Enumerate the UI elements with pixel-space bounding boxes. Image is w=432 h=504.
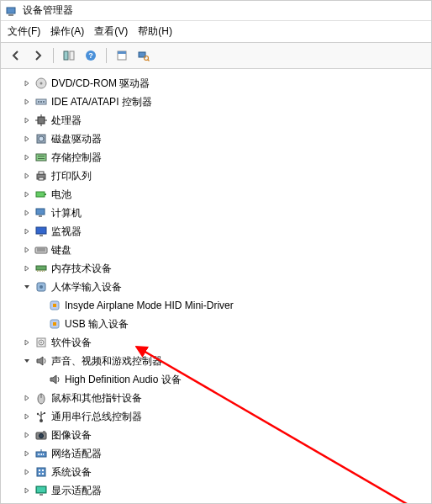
svg-rect-30 (36, 192, 45, 197)
chevron-right-icon[interactable] (21, 466, 33, 478)
svg-rect-69 (43, 454, 44, 455)
toolbar-separator (106, 48, 107, 63)
tree-node-label: USB 输入设备 (65, 316, 135, 332)
svg-rect-43 (42, 270, 43, 272)
chevron-right-icon[interactable] (21, 263, 33, 274)
chevron-right-icon[interactable] (21, 114, 33, 126)
svg-point-63 (40, 434, 44, 438)
svg-text:?: ? (88, 51, 93, 60)
tree-node[interactable]: 声音、视频和游戏控制器 (1, 352, 431, 370)
back-button[interactable] (6, 46, 26, 65)
svg-rect-50 (53, 322, 56, 326)
svg-line-10 (148, 60, 150, 61)
chevron-right-icon[interactable] (21, 244, 33, 256)
svg-point-59 (37, 413, 39, 415)
svg-rect-41 (39, 270, 40, 272)
chevron-right-icon[interactable] (21, 133, 33, 145)
hidchild-icon (48, 299, 61, 312)
tree-node-label: 软件设备 (51, 334, 98, 351)
chevron-right-icon[interactable] (21, 485, 33, 496)
chevron-right-icon[interactable] (21, 392, 33, 404)
display-icon (34, 484, 48, 497)
svg-rect-77 (37, 487, 45, 492)
titlebar: 设备管理器 (1, 1, 431, 21)
tree-node[interactable]: 通用串行总线控制器 (1, 407, 431, 426)
tree-node[interactable]: 处理器 (1, 111, 431, 130)
keyboard-icon (34, 243, 48, 257)
tree-node[interactable]: IDE ATA/ATAPI 控制器 (1, 93, 431, 111)
tree-node[interactable]: 存储控制器 (1, 148, 431, 167)
svg-rect-15 (40, 101, 42, 103)
hid-icon (34, 280, 48, 294)
chevron-right-icon[interactable] (21, 77, 33, 89)
svg-rect-28 (39, 172, 44, 174)
menu-help[interactable]: 帮助(H) (138, 24, 172, 39)
chevron-right-icon[interactable] (21, 170, 33, 182)
tree-node[interactable]: 图像设备 (1, 426, 431, 444)
chevron-right-icon[interactable] (21, 337, 33, 348)
chevron-right-icon[interactable] (21, 429, 33, 441)
svg-rect-32 (36, 209, 45, 215)
tree-node[interactable]: 计算机 (1, 204, 431, 222)
chevron-right-icon[interactable] (21, 151, 33, 163)
menu-view[interactable]: 查看(V) (94, 24, 128, 39)
chevron-right-icon[interactable] (21, 411, 33, 422)
tree-node[interactable]: 网络适配器 (1, 444, 431, 463)
tree-node[interactable]: High Definition Audio 设备 (1, 370, 431, 389)
chevron-right-icon[interactable] (21, 188, 33, 200)
tree-node-label: 鼠标和其他指针设备 (51, 390, 149, 406)
chevron-down-icon[interactable] (21, 355, 33, 367)
tree-node-label: High Definition Audio 设备 (65, 371, 188, 388)
tree-node[interactable]: 电池 (1, 185, 431, 204)
chevron-right-icon[interactable] (21, 225, 33, 237)
hidchild-icon (48, 317, 61, 331)
tree-node[interactable]: DVD/CD-ROM 驱动器 (1, 74, 431, 93)
svg-rect-31 (45, 194, 46, 195)
tree-node-label: 处理器 (51, 112, 88, 129)
tree-node-label: IDE ATA/ATAPI 控制器 (51, 93, 159, 110)
properties-button[interactable] (112, 46, 132, 65)
forward-button[interactable] (28, 46, 48, 65)
chevron-down-icon[interactable] (21, 281, 33, 293)
tree-node-label: 通用串行总线控制器 (51, 408, 149, 425)
tree-node[interactable]: 人体学输入设备 (1, 278, 431, 296)
tree-node[interactable]: 键盘 (1, 241, 431, 259)
device-tree[interactable]: DVD/CD-ROM 驱动器IDE ATA/ATAPI 控制器处理器磁盘驱动器存… (1, 69, 431, 504)
cpu-icon (34, 114, 48, 127)
tree-node-label: 显示适配器 (51, 482, 108, 499)
svg-point-46 (40, 285, 43, 289)
show-hide-console-button[interactable] (59, 46, 79, 65)
hdd-icon (34, 132, 48, 146)
svg-rect-39 (36, 266, 46, 270)
tree-node-label: 内存技术设备 (51, 260, 119, 277)
tree-node[interactable]: 监视器 (1, 222, 431, 241)
tree-node[interactable]: 显示适配器 (1, 481, 431, 500)
monitor-icon (34, 225, 48, 238)
tree-node[interactable]: 软件设备 (1, 333, 431, 352)
storage-icon (34, 151, 48, 164)
tree-node[interactable]: Insyde Airplane Mode HID Mini-Driver (1, 296, 431, 315)
chevron-right-icon[interactable] (21, 448, 33, 459)
computer-icon (34, 206, 48, 220)
tree-node[interactable]: 鼠标和其他指针设备 (1, 389, 431, 407)
svg-rect-24 (36, 154, 46, 161)
tree-node[interactable]: 系统设备 (1, 463, 431, 481)
menu-file[interactable]: 文件(F) (8, 24, 40, 39)
chevron-right-icon[interactable] (21, 96, 33, 108)
tree-node[interactable]: 内存技术设备 (1, 259, 431, 278)
tree-node[interactable]: 磁盘驱动器 (1, 130, 431, 148)
svg-rect-71 (37, 468, 45, 476)
tree-node[interactable]: 打印队列 (1, 167, 431, 185)
tree-node-label: 监视器 (51, 223, 88, 240)
chevron-right-icon[interactable] (21, 207, 33, 219)
window-title: 设备管理器 (23, 3, 73, 18)
tree-node[interactable]: USB 输入设备 (1, 315, 431, 333)
tree-node-label: 声音、视频和游戏控制器 (51, 353, 169, 369)
help-button[interactable]: ? (81, 46, 101, 65)
svg-rect-48 (53, 304, 56, 307)
svg-point-53 (40, 342, 42, 343)
menu-action[interactable]: 操作(A) (50, 24, 84, 39)
scan-hardware-button[interactable] (134, 46, 154, 65)
svg-rect-1 (8, 14, 13, 16)
svg-point-9 (145, 56, 149, 61)
